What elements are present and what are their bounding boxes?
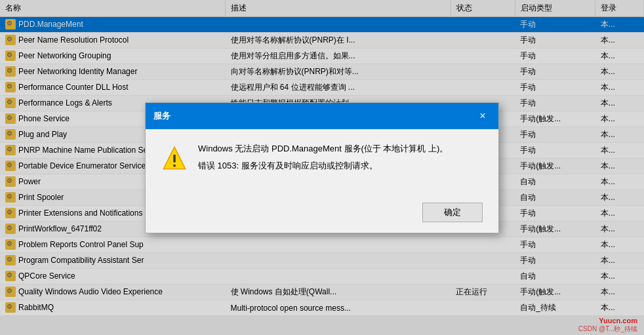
dialog-overlay: 服务 × Windows 无法启动 PDD.ManageMent 服务(位于 本…: [0, 0, 644, 335]
svg-rect-2: [173, 165, 175, 167]
dialog-title: 服务: [153, 110, 171, 122]
dialog-message-line1: Windows 无法启动 PDD.ManageMent 服务(位于 本地计算机 …: [198, 142, 483, 156]
dialog-close-button[interactable]: ×: [475, 108, 491, 124]
error-dialog: 服务 × Windows 无法启动 PDD.ManageMent 服务(位于 本…: [145, 102, 499, 233]
dialog-ok-button[interactable]: 确定: [422, 203, 483, 222]
dialog-message: Windows 无法启动 PDD.ManageMent 服务(位于 本地计算机 …: [198, 142, 483, 178]
dialog-footer: 确定: [146, 197, 498, 233]
dialog-message-line2: 错误 1053: 服务没有及时响应启动或控制请求。: [198, 159, 483, 173]
watermark-line1: Yuucn.com: [599, 317, 637, 325]
dialog-titlebar: 服务 ×: [146, 103, 498, 129]
svg-rect-1: [173, 155, 175, 163]
dialog-body: Windows 无法启动 PDD.ManageMent 服务(位于 本地计算机 …: [146, 129, 498, 197]
watermark-line2: CSDN @T...秒_待续: [578, 325, 637, 334]
warning-icon: [161, 145, 188, 171]
